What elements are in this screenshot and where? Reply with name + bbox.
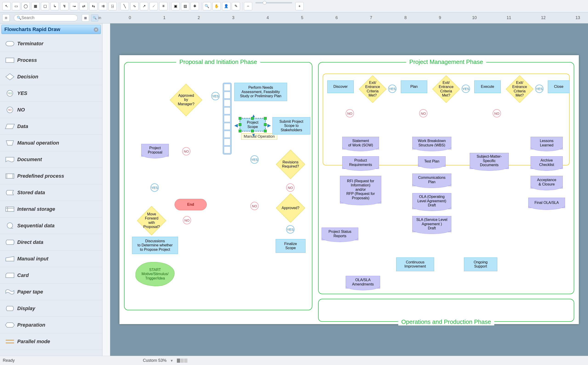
- quick-shape-panel[interactable]: [223, 83, 232, 154]
- rectangle-tool[interactable]: ▭: [12, 2, 20, 10]
- ruler-mark: 0: [113, 15, 147, 20]
- sidebar-item-card[interactable]: Card: [0, 267, 102, 284]
- node-execute[interactable]: Execute: [474, 80, 501, 93]
- diagram-page[interactable]: Proposal and Initiation Phase Project Ma…: [119, 55, 579, 324]
- node-finalize-scope[interactable]: Finalize Scope: [276, 239, 306, 253]
- sidebar-item-predef[interactable]: Predefined process: [0, 168, 102, 184]
- connector-branch-tool[interactable]: ⇉: [99, 2, 107, 10]
- sidebar-item-paper[interactable]: Paper tape: [0, 284, 102, 300]
- select-ungroup-tool[interactable]: ▨: [181, 2, 189, 10]
- connector-yes: YES: [535, 84, 543, 93]
- connector-split-tool[interactable]: ⇆: [89, 2, 97, 10]
- dir-arrow-right[interactable]: ▶: [267, 122, 271, 128]
- node-archive[interactable]: Archive Checklist: [531, 156, 563, 169]
- node-wbs[interactable]: Work Breakdown Structure (WBS): [412, 137, 451, 149]
- node-olasla[interactable]: OLA/SLA Amendments: [346, 276, 380, 288]
- zoom-tool[interactable]: 🔍: [203, 2, 211, 10]
- node-sla[interactable]: SLA (Service Level Agreement ) Draft: [412, 216, 451, 232]
- zoom-slider[interactable]: [255, 2, 292, 3]
- sidebar-item-sequential[interactable]: Sequential data: [0, 218, 102, 234]
- sidebar-item-stored[interactable]: Stored data: [0, 184, 102, 201]
- search-input[interactable]: [21, 15, 75, 20]
- library-category[interactable]: Flowcharts Rapid Draw ×: [1, 25, 101, 34]
- node-reqs[interactable]: Product Requirements: [342, 156, 379, 169]
- node-perform-needs[interactable]: Perform Needs Assessment, Feasibility St…: [234, 83, 287, 101]
- canvas-viewport[interactable]: Proposal and Initiation Phase Project Ma…: [110, 23, 588, 356]
- select-group-tool[interactable]: ▣: [171, 2, 180, 10]
- path-poly-tool[interactable]: ↗: [140, 2, 148, 10]
- node-submit-stakeholders[interactable]: Submit Project Scope to Stakeholders: [272, 117, 310, 134]
- node-accept[interactable]: Acceptance & Closure: [531, 176, 563, 189]
- sidebar-item-terminator[interactable]: Terminator: [0, 35, 102, 52]
- close-icon[interactable]: ×: [94, 27, 98, 32]
- sidebar-item-yes[interactable]: YESYES: [0, 85, 102, 102]
- status-zoom[interactable]: Custom 53%: [143, 358, 166, 363]
- sidebar-item-prep[interactable]: Preparation: [0, 317, 102, 333]
- node-plan[interactable]: Plan: [401, 80, 427, 93]
- node-ongoing[interactable]: Ongoing Support: [464, 257, 497, 271]
- path-line-tool[interactable]: ╲: [121, 2, 129, 10]
- path-freehand-tool[interactable]: ✳: [159, 2, 167, 10]
- toggle-tree-button[interactable]: ⊞: [2, 14, 10, 22]
- view-grid-button[interactable]: ▦: [82, 14, 89, 22]
- node-sme[interactable]: Subject-Matter- Specific Documents: [470, 153, 509, 169]
- node-discussions[interactable]: Discussions to Determine whether to Prop…: [132, 237, 178, 254]
- connector-s-tool[interactable]: ↝: [70, 2, 78, 10]
- connector-l-tool[interactable]: ↳: [51, 2, 59, 10]
- node-continuous[interactable]: Continuous Improvement: [396, 257, 434, 271]
- ellipse-tool[interactable]: ◯: [22, 2, 30, 10]
- manualin-icon: [2, 255, 17, 263]
- sidebar-item-document[interactable]: Document: [0, 151, 102, 168]
- node-rfi[interactable]: RFI (Request for Information) and/or RFP…: [340, 176, 381, 204]
- dir-arrow-left[interactable]: ◀: [234, 122, 238, 128]
- zoom-in-button[interactable]: +: [295, 2, 304, 10]
- path-curve-tool[interactable]: ∿: [130, 2, 138, 10]
- parallel-icon: [2, 337, 17, 346]
- paper-icon: [2, 288, 17, 296]
- node-psr[interactable]: Project Status Reports: [321, 228, 358, 240]
- view-search-button[interactable]: 🔍: [91, 14, 98, 22]
- node-finalola[interactable]: Final OLA/SLA: [528, 198, 565, 208]
- node-ola[interactable]: OLA (Operating Level Agreement) Draft: [412, 193, 451, 209]
- node-testplan[interactable]: Test Plan: [418, 156, 446, 167]
- text-tool[interactable]: ▢: [41, 2, 49, 10]
- node-commplan[interactable]: Communications Plan: [412, 174, 451, 186]
- sidebar-item-decision[interactable]: Decision: [0, 69, 102, 85]
- connector-z-tool[interactable]: ↯: [60, 2, 68, 10]
- sidebar-item-display[interactable]: Display: [0, 300, 102, 317]
- sidebar-item-manualop[interactable]: Manual operation: [0, 135, 102, 151]
- dir-arrow-up[interactable]: ▲: [251, 113, 256, 118]
- connector-move-tool[interactable]: ⇄: [80, 2, 88, 10]
- connector-yes: YES: [211, 92, 219, 100]
- select-similar-tool[interactable]: ❖: [191, 2, 199, 10]
- svg-point-15: [7, 223, 13, 228]
- sidebar-item-process[interactable]: Process: [0, 52, 102, 69]
- node-discover[interactable]: Discover: [327, 80, 354, 93]
- sidebar-item-parallel[interactable]: Parallel mode: [0, 333, 102, 350]
- hand-tool[interactable]: ✋: [212, 2, 221, 10]
- sidebar-item-no[interactable]: NONO: [0, 102, 102, 118]
- node-sow[interactable]: Statement of Work (SOW): [342, 137, 379, 149]
- sidebar-item-data[interactable]: Data: [0, 118, 102, 135]
- sidebar-item-internal[interactable]: Internal storage: [0, 201, 102, 218]
- node-project-proposal[interactable]: Project Proposal: [141, 144, 169, 156]
- node-end[interactable]: End: [175, 199, 207, 210]
- dir-arrow-down[interactable]: ▼: [251, 132, 256, 138]
- user-tool[interactable]: 👤: [222, 2, 230, 10]
- path-spline-tool[interactable]: ⟋: [150, 2, 158, 10]
- page-thumbnails[interactable]: [177, 358, 187, 363]
- zoom-stepper-icon[interactable]: ▾: [171, 358, 173, 363]
- search-icon: 🔍: [17, 16, 21, 20]
- eyedropper-tool[interactable]: ✎: [232, 2, 240, 10]
- pointer-tool[interactable]: ↖: [2, 2, 11, 10]
- zoom-out-button[interactable]: −: [244, 2, 252, 10]
- node-lessons[interactable]: Lessons Learned: [531, 137, 563, 149]
- node-start[interactable]: START Motive/Stimulus/ Trigger/Idea: [136, 262, 175, 286]
- sidebar-item-direct[interactable]: Direct data: [0, 234, 102, 251]
- horizontal-scrollbar[interactable]: [191, 359, 585, 363]
- node-project-scope[interactable]: Project Scope: [240, 118, 265, 131]
- connector-export-tool[interactable]: ⍈: [109, 2, 117, 10]
- table-tool[interactable]: ▦: [31, 2, 40, 10]
- node-close[interactable]: Close: [548, 80, 570, 93]
- sidebar-item-manualin[interactable]: Manual input: [0, 251, 102, 267]
